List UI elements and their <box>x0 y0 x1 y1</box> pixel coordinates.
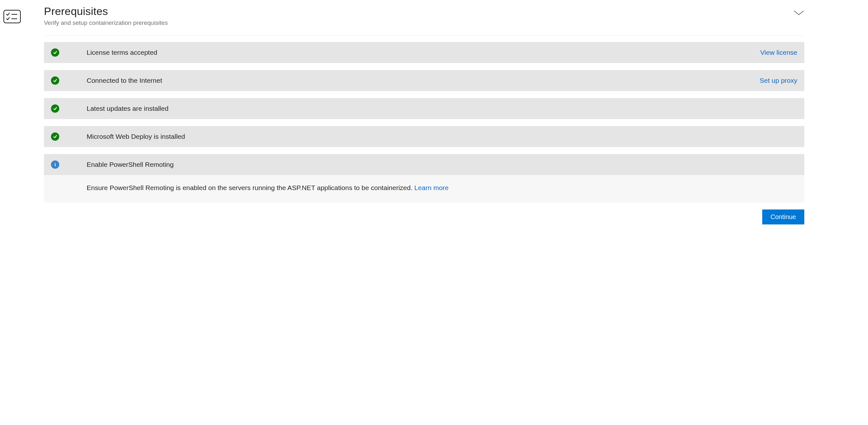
svg-rect-0 <box>4 10 21 23</box>
check-icon <box>51 48 59 57</box>
status-column <box>51 104 87 113</box>
prerequisite-detail-text: Ensure PowerShell Remoting is enabled on… <box>87 184 448 192</box>
section-header: Prerequisites Verify and setup container… <box>44 5 804 36</box>
continue-button[interactable]: Continue <box>762 209 804 224</box>
status-column: i <box>51 160 87 169</box>
prerequisite-label: Latest updates are installed <box>87 105 797 112</box>
check-icon <box>51 132 59 141</box>
detail-message: Ensure PowerShell Remoting is enabled on… <box>87 184 412 191</box>
prerequisites-page: Prerequisites Verify and setup container… <box>0 0 868 224</box>
check-icon <box>51 76 59 85</box>
checklist-icon <box>3 9 21 24</box>
learn-more-link[interactable]: Learn more <box>414 184 448 191</box>
prerequisite-item-updates: Latest updates are installed <box>44 98 804 119</box>
main-content: Prerequisites Verify and setup container… <box>44 5 868 224</box>
page-subtitle: Verify and setup containerization prereq… <box>44 20 168 26</box>
header-text: Prerequisites Verify and setup container… <box>44 5 168 26</box>
detail-spacer <box>51 184 87 192</box>
chevron-down-icon[interactable] <box>794 9 804 16</box>
status-column <box>51 132 87 141</box>
prerequisite-label: Microsoft Web Deploy is installed <box>87 133 797 140</box>
check-icon <box>51 104 59 113</box>
prerequisite-item-webdeploy: Microsoft Web Deploy is installed <box>44 126 804 147</box>
prerequisite-detail-panel: Ensure PowerShell Remoting is enabled on… <box>44 175 804 202</box>
footer: Continue <box>44 209 804 224</box>
prerequisite-label: License terms accepted <box>87 49 760 56</box>
status-column <box>51 76 87 85</box>
prerequisite-item-psremoting: i Enable PowerShell Remoting <box>44 154 804 175</box>
prerequisite-list: License terms accepted View license Conn… <box>44 42 804 202</box>
setup-proxy-link[interactable]: Set up proxy <box>760 77 797 85</box>
prerequisite-label: Enable PowerShell Remoting <box>87 161 797 168</box>
prerequisite-label: Connected to the Internet <box>87 77 760 85</box>
section-icon-column <box>0 5 44 224</box>
status-column <box>51 48 87 57</box>
view-license-link[interactable]: View license <box>760 49 797 56</box>
info-icon: i <box>51 160 59 169</box>
prerequisite-item-internet: Connected to the Internet Set up proxy <box>44 70 804 91</box>
page-title: Prerequisites <box>44 5 168 18</box>
prerequisite-item-license: License terms accepted View license <box>44 42 804 63</box>
